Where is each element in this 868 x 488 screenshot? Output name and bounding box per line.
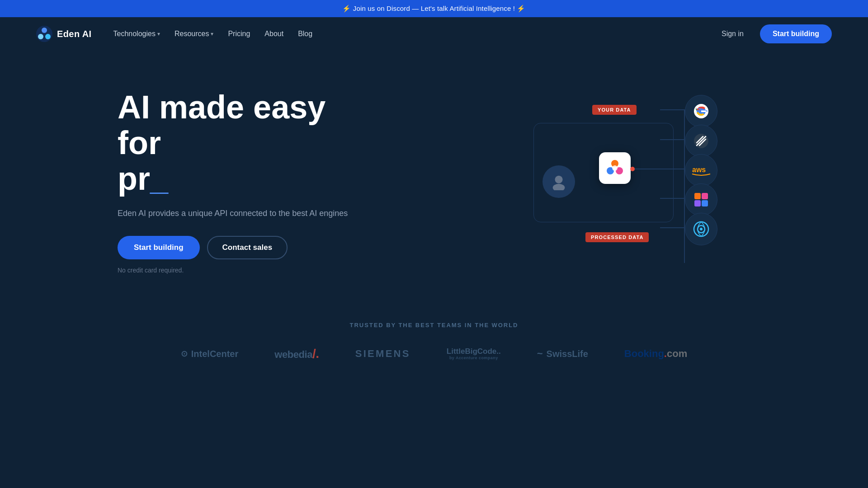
hero-description: Eden AI provides a unique API connected … xyxy=(118,207,353,220)
user-icon xyxy=(550,173,567,190)
no-credit-card-text: No credit card required. xyxy=(118,267,353,274)
hero-content: AI made easy for pr_ Eden AI provides a … xyxy=(118,89,353,274)
nav-item-about[interactable]: About xyxy=(264,30,283,38)
branch-line-5 xyxy=(660,227,685,228)
hero-diagram: YOUR DATA PROCESSED DATA xyxy=(497,87,769,277)
chevron-down-icon: ▾ xyxy=(211,31,213,37)
branch-line-4 xyxy=(660,198,685,199)
logo-feather xyxy=(685,125,717,157)
svg-text:aws: aws xyxy=(692,166,706,174)
vertical-connector-line xyxy=(684,109,685,263)
navbar-right: Sign in Start building xyxy=(714,24,832,43)
svg-point-9 xyxy=(612,165,618,171)
processed-data-label: PROCESSED DATA xyxy=(585,232,649,242)
nav-links: Technologies ▾ Resources ▾ Pricing About xyxy=(113,30,313,38)
nav-item-pricing[interactable]: Pricing xyxy=(228,30,250,38)
trusted-logo-siemens: SIEMENS xyxy=(355,348,410,360)
logo-google xyxy=(685,95,717,127)
nav-blog-label: Blog xyxy=(298,30,312,38)
trusted-logo-intelcenter: ⊙ IntelCenter xyxy=(181,349,238,359)
branch-line-2 xyxy=(660,139,685,140)
user-avatar xyxy=(542,165,575,198)
svg-point-3 xyxy=(45,34,51,39)
webedia-name: webedia/. xyxy=(274,347,319,361)
connector-dot xyxy=(630,167,635,171)
trusted-logo-swisslife: ~ SwissLife xyxy=(537,348,588,360)
branch-line-3 xyxy=(660,169,685,169)
eden-logo-icon xyxy=(605,158,625,178)
logo-link[interactable]: Eden AI xyxy=(36,26,92,42)
trusted-logo-webedia: webedia/. xyxy=(274,347,319,361)
svg-point-5 xyxy=(553,184,565,190)
svg-rect-16 xyxy=(694,193,701,199)
nav-resources-label: Resources xyxy=(175,30,209,38)
your-data-label: YOUR DATA xyxy=(592,105,637,115)
banner-text: ⚡ Join us on Discord — Let's talk Artifi… xyxy=(342,5,525,12)
logo-aws: aws xyxy=(685,154,717,187)
hero-section: AI made easy for pr_ Eden AI provides a … xyxy=(0,51,868,304)
littlebigcode-name: LittleBigCode.. xyxy=(447,347,501,356)
start-building-button-hero[interactable]: Start building xyxy=(118,236,200,259)
svg-point-1 xyxy=(42,28,47,33)
hero-title-animated: pr_ xyxy=(118,160,168,197)
trusted-logo-littlebigcode: LittleBigCode.. by Accenture company xyxy=(447,347,501,361)
logo-eye xyxy=(685,213,717,245)
start-building-button-nav[interactable]: Start building xyxy=(760,24,832,43)
siemens-name: SIEMENS xyxy=(355,348,410,360)
svg-rect-19 xyxy=(702,200,708,206)
nav-item-blog[interactable]: Blog xyxy=(298,30,312,38)
chevron-down-icon: ▾ xyxy=(157,31,160,37)
hero-buttons: Start building Contact sales xyxy=(118,236,353,259)
logo-notion xyxy=(685,183,717,216)
swisslife-symbol: ~ xyxy=(537,348,543,360)
trusted-logos: ⊙ IntelCenter webedia/. SIEMENS LittleBi… xyxy=(36,347,832,361)
trusted-logo-booking: Booking.com xyxy=(624,348,687,360)
contact-sales-button[interactable]: Contact sales xyxy=(207,236,288,259)
nav-about-label: About xyxy=(264,30,283,38)
svg-rect-17 xyxy=(702,193,708,199)
svg-point-2 xyxy=(38,34,43,39)
nav-pricing-label: Pricing xyxy=(228,30,250,38)
logo-text: Eden AI xyxy=(57,29,92,39)
swisslife-name: SwissLife xyxy=(547,349,588,359)
intelcenter-symbol: ⊙ xyxy=(181,349,188,359)
trusted-section: TRUSTED BY THE BEST TEAMS IN THE WORLD ⊙… xyxy=(0,304,868,388)
logo-icon xyxy=(36,26,52,42)
littlebigcode-subtitle: by Accenture company xyxy=(447,356,501,360)
signin-button[interactable]: Sign in xyxy=(714,26,751,42)
svg-point-22 xyxy=(700,228,703,230)
intelcenter-name: IntelCenter xyxy=(191,349,238,359)
branch-line-1 xyxy=(660,109,685,110)
hero-title: AI made easy for pr_ xyxy=(118,89,353,197)
nav-item-resources[interactable]: Resources ▾ xyxy=(175,30,213,38)
eden-center-logo xyxy=(599,152,631,184)
navbar-left: Eden AI Technologies ▾ Resources ▾ Prici… xyxy=(36,26,312,42)
navbar: Eden AI Technologies ▾ Resources ▾ Prici… xyxy=(0,17,868,51)
svg-rect-18 xyxy=(694,200,701,206)
nav-technologies-label: Technologies xyxy=(113,30,156,38)
svg-point-4 xyxy=(555,176,562,183)
trusted-label: TRUSTED BY THE BEST TEAMS IN THE WORLD xyxy=(36,322,832,328)
discord-banner[interactable]: ⚡ Join us on Discord — Let's talk Artifi… xyxy=(0,0,868,17)
booking-name: Booking.com xyxy=(624,348,687,360)
nav-item-technologies[interactable]: Technologies ▾ xyxy=(113,30,160,38)
